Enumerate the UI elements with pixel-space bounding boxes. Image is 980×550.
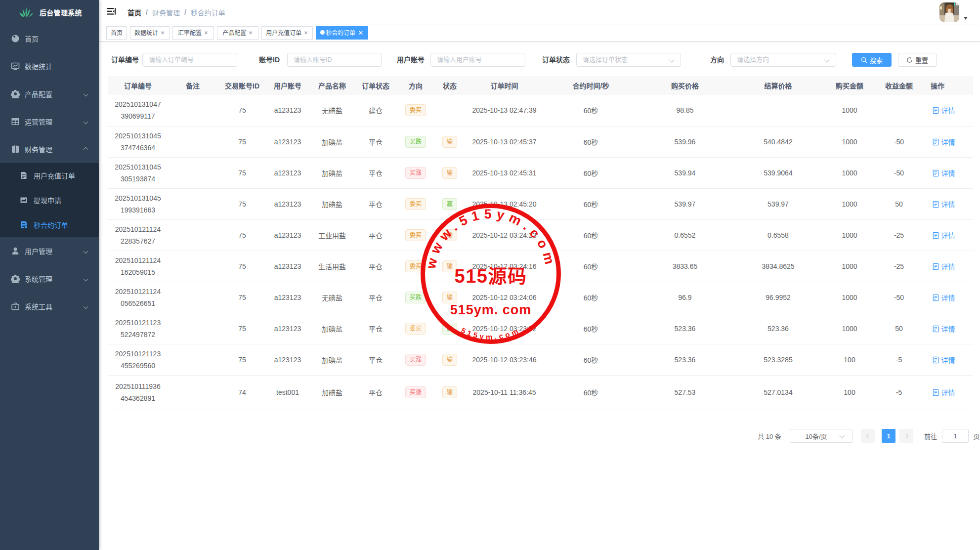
svg-text:515源码: 515源码 <box>455 266 527 287</box>
svg-text:www.515ym.com: www.515ym.com <box>424 207 558 270</box>
svg-text:515ym. com: 515ym. com <box>450 302 532 317</box>
